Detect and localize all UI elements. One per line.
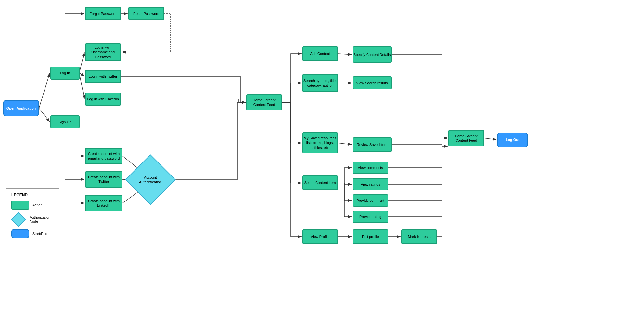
- node-provide-rating: Provide rating: [353, 211, 388, 223]
- node-log-out: Log Out: [497, 133, 528, 147]
- svg-line-16: [338, 54, 352, 55]
- node-login-linkedin: Log in with LinkedIn: [85, 93, 121, 106]
- svg-line-2: [39, 108, 50, 122]
- legend-startend-label: Start/End: [32, 232, 47, 236]
- node-add-content: Add Content: [302, 46, 338, 61]
- node-open-application: Open Application: [3, 100, 39, 116]
- legend-auth-label: Authorization Node: [30, 215, 54, 223]
- legend-auth-shape: [11, 212, 26, 227]
- svg-line-5: [80, 73, 84, 76]
- node-account-auth: Account Authentication: [125, 154, 176, 205]
- node-home-feed-1: Home Screen/ Content Feed: [246, 94, 282, 110]
- diagram-container: Open Application Log In Sign Up Forgot P…: [0, 0, 644, 325]
- legend-action-shape: [11, 201, 29, 210]
- node-forgot-password: Forgot Password: [85, 7, 121, 20]
- node-mark-interests: Mark interests: [401, 229, 437, 244]
- node-create-linkedin: Create account with LinkedIn: [85, 195, 122, 211]
- legend-action-label: Action: [32, 203, 43, 207]
- node-select-content: Select Content Item: [302, 176, 338, 190]
- node-create-email: Create account with email and password: [85, 148, 122, 164]
- node-create-twitter: Create account with Twitter: [85, 171, 122, 188]
- node-search-topic: Search by topic, title, category, author: [302, 74, 338, 92]
- legend-item-action: Action: [11, 201, 54, 210]
- legend-start-shape: [11, 229, 29, 238]
- node-view-profile: View Profile: [302, 229, 338, 244]
- node-login-username: Log in with Username and Password: [85, 43, 121, 61]
- node-saved-resources: My Saved resources list: books, blogs, a…: [302, 132, 338, 153]
- svg-line-4: [80, 52, 84, 72]
- node-provide-comment: Provide comment: [353, 194, 388, 207]
- node-view-search: View Search results: [353, 76, 392, 89]
- legend-item-auth: Authorization Node: [11, 214, 54, 225]
- node-edit-profile: Edit profile: [353, 229, 388, 244]
- svg-line-21: [484, 138, 496, 140]
- legend-title: LEGEND: [11, 193, 54, 197]
- node-specify-content: Specify Content Details: [353, 46, 392, 63]
- node-reset-password: Reset Password: [128, 7, 164, 20]
- node-review-saved: Review Saved item: [353, 137, 392, 152]
- node-view-comments: View comments: [353, 162, 388, 174]
- svg-line-6: [80, 75, 84, 99]
- legend: LEGEND Action Authorization Node Start/E…: [6, 188, 59, 247]
- node-sign-up: Sign Up: [50, 115, 80, 128]
- node-view-ratings: View ratings: [353, 178, 388, 190]
- node-home-feed-2: Home Screen/ Content Feed: [448, 130, 484, 146]
- node-log-in: Log In: [50, 67, 80, 80]
- legend-item-startend: Start/End: [11, 229, 54, 238]
- svg-line-1: [39, 73, 50, 108]
- node-login-twitter: Log in with Twitter: [85, 70, 121, 83]
- svg-line-18: [338, 143, 352, 145]
